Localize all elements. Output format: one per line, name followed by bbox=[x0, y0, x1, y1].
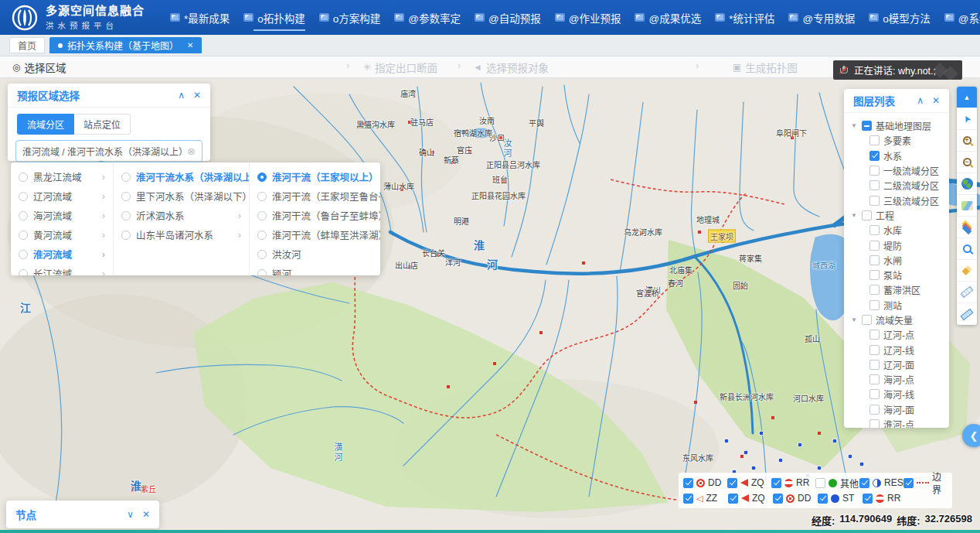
nav-item[interactable]: *最新成果 bbox=[163, 0, 236, 35]
layer-checkbox[interactable] bbox=[862, 210, 872, 220]
legend-checkbox[interactable] bbox=[815, 478, 825, 488]
radio-icon[interactable] bbox=[257, 211, 267, 220]
layer-checkbox[interactable] bbox=[862, 121, 872, 131]
layer-checkbox[interactable] bbox=[869, 300, 880, 310]
step-选择预报对象[interactable]: ◄选择预报对象 bbox=[473, 56, 549, 77]
layer-tree-item[interactable]: 辽河-点 bbox=[850, 327, 949, 342]
cascader-option[interactable]: 淮河流域› bbox=[11, 244, 113, 264]
layer-checkbox[interactable] bbox=[869, 196, 880, 206]
cascader-option[interactable]: 淮河干流（王家坝以上） bbox=[250, 167, 380, 186]
nav-item[interactable]: @参数率定 bbox=[387, 0, 468, 35]
zoom-in-icon[interactable]: + bbox=[957, 130, 977, 152]
layer-checkbox[interactable] bbox=[869, 166, 880, 176]
nav-item[interactable]: @系统管理 bbox=[937, 0, 980, 35]
layer-checkbox[interactable] bbox=[869, 135, 880, 145]
nav-item[interactable]: @专用数据 bbox=[781, 0, 862, 35]
layer-tree-item[interactable]: 海河-点 bbox=[850, 372, 949, 387]
cascader-option[interactable]: 沂沭泗水系› bbox=[114, 206, 249, 225]
layer-checkbox[interactable] bbox=[869, 345, 880, 355]
area-measure-icon[interactable] bbox=[957, 303, 977, 325]
layer-tree-item[interactable]: ▼基础地理图层 bbox=[850, 118, 949, 133]
layer-tree-item[interactable]: 淮河-点 bbox=[850, 417, 949, 428]
layer-tree-item[interactable]: ▼流域矢量 bbox=[850, 313, 949, 327]
tab-close-icon[interactable]: ✕ bbox=[187, 41, 193, 50]
legend-checkbox[interactable] bbox=[727, 478, 737, 488]
layer-checkbox[interactable] bbox=[869, 405, 880, 415]
layers-icon[interactable] bbox=[957, 217, 977, 238]
layer-checkbox[interactable] bbox=[869, 255, 880, 265]
layer-tree-item[interactable]: 辽河-面 bbox=[850, 357, 949, 372]
legend-checkbox[interactable] bbox=[818, 494, 828, 504]
radio-icon[interactable] bbox=[121, 173, 131, 182]
layer-checkbox[interactable] bbox=[869, 241, 880, 251]
layer-tree-item[interactable]: 一级流域分区 bbox=[850, 163, 949, 178]
nav-item[interactable]: @自动预报 bbox=[468, 0, 548, 35]
cascader-option[interactable]: 长江流域› bbox=[11, 264, 113, 275]
layer-tree-item[interactable]: 辽河-线 bbox=[850, 342, 949, 357]
layer-checkbox[interactable] bbox=[869, 419, 880, 428]
layer-checkbox[interactable] bbox=[869, 374, 880, 384]
layer-checkbox[interactable] bbox=[869, 360, 880, 370]
expand-right-panel-button[interactable]: ❮ bbox=[962, 424, 980, 447]
legend-checkbox[interactable] bbox=[683, 494, 693, 504]
cascader-option[interactable]: 洪汝河 bbox=[250, 244, 380, 264]
radio-icon[interactable] bbox=[19, 250, 28, 259]
step-选择区域[interactable]: ◎选择区域 bbox=[12, 56, 66, 77]
nav-item[interactable]: *统计评估 bbox=[708, 0, 781, 35]
legend-checkbox[interactable] bbox=[771, 478, 781, 488]
nav-item[interactable]: @成果优选 bbox=[628, 0, 708, 35]
caret-down-icon[interactable]: ▼ bbox=[850, 122, 858, 129]
pointer-icon[interactable]: ➤ bbox=[957, 108, 977, 130]
legend-checkbox[interactable] bbox=[863, 494, 873, 504]
magnifier-icon[interactable] bbox=[957, 238, 977, 260]
region-tab-流域分区[interactable]: 流域分区 bbox=[17, 114, 74, 135]
collapse-up-icon[interactable]: ▲ bbox=[957, 87, 977, 108]
layer-tree-item[interactable]: 三级流域分区 bbox=[850, 193, 949, 207]
expand-panel-icon[interactable]: ∨ bbox=[127, 509, 134, 520]
caret-down-icon[interactable]: ▼ bbox=[850, 212, 858, 219]
legend-checkbox[interactable] bbox=[683, 478, 693, 488]
nav-item[interactable]: o方案构建 bbox=[312, 0, 388, 35]
layer-tree-item[interactable]: 海河-线 bbox=[850, 387, 949, 401]
radio-icon[interactable] bbox=[19, 173, 28, 182]
cascader-option[interactable]: 黄河流域› bbox=[11, 225, 113, 244]
nav-item[interactable]: o模型方法 bbox=[862, 0, 937, 35]
cascader-option[interactable]: 淮河干流（鲁台子至蚌埠） bbox=[250, 206, 380, 225]
radio-icon[interactable] bbox=[257, 231, 267, 240]
close-panel-icon[interactable]: ✕ bbox=[142, 509, 150, 520]
layer-checkbox[interactable] bbox=[869, 180, 880, 190]
radio-icon[interactable] bbox=[121, 192, 131, 201]
cascader-option[interactable]: 淮河干流水系（洪泽湖以上）› bbox=[114, 167, 249, 186]
cascader-option[interactable]: 淮河干流（王家坝至鲁台子） bbox=[250, 186, 380, 206]
radio-icon[interactable] bbox=[19, 192, 28, 201]
radio-icon[interactable] bbox=[19, 231, 28, 240]
radio-icon[interactable] bbox=[121, 211, 131, 220]
radio-icon[interactable] bbox=[257, 173, 267, 182]
caret-down-icon[interactable]: ▼ bbox=[850, 316, 858, 323]
layer-tree-item[interactable]: 水库 bbox=[850, 223, 949, 237]
collapse-panel-icon[interactable]: ∧ bbox=[917, 95, 924, 106]
region-tab-站点定位[interactable]: 站点定位 bbox=[74, 114, 131, 135]
cascader-option[interactable]: 山东半岛诸河水系› bbox=[114, 225, 249, 244]
layer-checkbox[interactable] bbox=[862, 315, 872, 325]
radio-icon[interactable] bbox=[19, 269, 28, 276]
clear-icon[interactable] bbox=[957, 260, 977, 282]
cascader-option[interactable]: 颍河 bbox=[250, 264, 380, 275]
layer-tree-item[interactable]: ▼工程 bbox=[850, 208, 949, 223]
region-path-input[interactable]: 淮河流域 / 淮河干流水系（洪泽湖以上） / 淮河干流（王家坝... ⊗ bbox=[15, 140, 202, 162]
legend-checkbox[interactable] bbox=[728, 494, 738, 504]
layer-tree-item[interactable]: 海河-面 bbox=[850, 402, 949, 417]
nav-item[interactable]: @作业预报 bbox=[548, 0, 628, 35]
cascader-option[interactable]: 黑龙江流域› bbox=[11, 167, 113, 186]
layer-checkbox[interactable] bbox=[869, 330, 880, 340]
layer-tree-item[interactable]: 蓄滞洪区 bbox=[850, 282, 949, 297]
layer-checkbox[interactable] bbox=[869, 270, 880, 280]
legend-checkbox[interactable] bbox=[773, 494, 783, 504]
cascader-option[interactable]: 辽河流域› bbox=[11, 186, 113, 206]
layer-tree-item[interactable]: 泵站 bbox=[850, 268, 949, 282]
layer-checkbox[interactable] bbox=[869, 151, 880, 161]
tab-home[interactable]: 首页 bbox=[9, 37, 45, 53]
clear-input-icon[interactable]: ⊗ bbox=[187, 145, 196, 157]
layer-checkbox[interactable] bbox=[869, 389, 880, 399]
radio-icon[interactable] bbox=[257, 269, 267, 276]
